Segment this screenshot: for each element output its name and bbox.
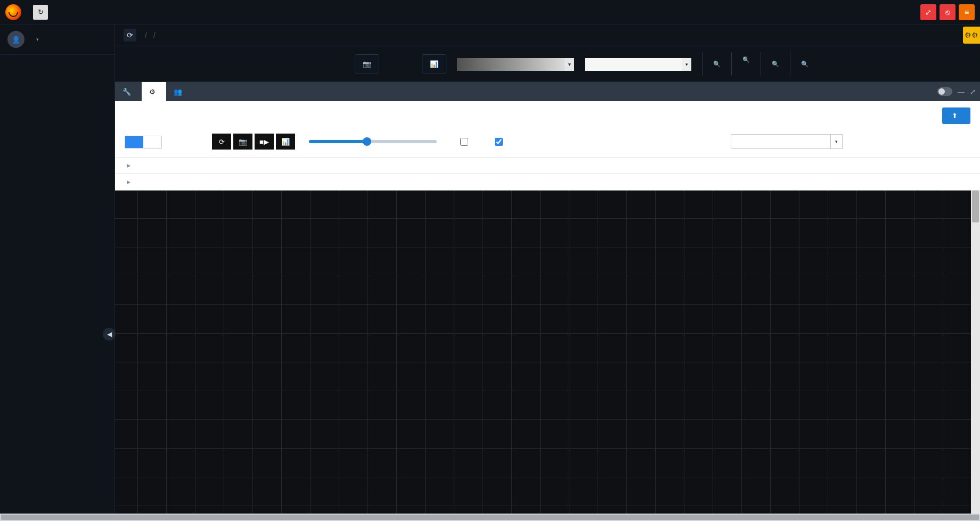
stat-warn: 🔍 (731, 52, 750, 76)
stat-info: 🔍 (761, 52, 779, 76)
sidebar: 👤 ▾ ◀ (0, 24, 115, 521)
graph-button[interactable]: 📊 (276, 134, 295, 150)
mode-on (125, 136, 143, 148)
refresh-button[interactable]: ⟳ (124, 29, 136, 42)
caret-right-icon: ▶ (127, 179, 130, 185)
graph-canvas[interactable] (115, 191, 980, 521)
refresh-icon: ⟳ (127, 31, 133, 39)
gears-icon: ⚙ (149, 88, 156, 96)
chart-button[interactable]: 📊 (422, 54, 446, 73)
chevron-down-icon: ▾ (682, 58, 691, 71)
history-button[interactable]: ↻ (33, 5, 48, 20)
checked-only-checkbox[interactable] (495, 138, 506, 146)
control-buttons: ⟳ 📷 ■▶ 📊 (212, 134, 295, 150)
tab-strip: 🔧 ⚙ 👥 — ⤢ (115, 82, 980, 101)
slider-fill (309, 140, 365, 143)
pause-checkbox[interactable] (460, 138, 471, 146)
chevron-down-icon: ▾ (565, 58, 574, 71)
video-icon: ■▶ (259, 138, 269, 146)
sidebar-collapse-button[interactable]: ◀ (103, 328, 116, 341)
tab-project-settings[interactable]: ⚙ (142, 82, 166, 101)
fullscreen-button[interactable]: ⤢ (920, 4, 936, 20)
caret-right-icon: ▶ (127, 163, 130, 168)
avatar: 👤 (7, 31, 24, 48)
menu-button[interactable]: ≡ (959, 4, 975, 20)
project-select[interactable]: ▾ (457, 58, 574, 71)
reload-button[interactable]: ⟳ (212, 134, 231, 150)
tab-permissions[interactable]: 👥 (166, 82, 193, 101)
search-icon[interactable]: 🔍 (772, 61, 779, 68)
history-icon: ↻ (38, 8, 44, 16)
gears-icon: ⚙⚙ (965, 31, 978, 39)
scrollbar-thumb[interactable] (972, 191, 979, 222)
stat-rules: 🔍 (790, 52, 808, 76)
chevron-down-icon: ▾ (36, 37, 39, 42)
record-button[interactable]: ■▶ (255, 134, 274, 150)
search-icon[interactable]: 🔍 (801, 61, 808, 68)
tab-basic[interactable]: 🔧 (115, 82, 142, 101)
fes-select-block: ▾ (585, 57, 691, 71)
signout-icon: ⎋ (945, 8, 950, 16)
user-icon: 👤 (12, 36, 20, 44)
expand-icon: ⤢ (925, 8, 932, 16)
breadcrumb-sep: / (153, 31, 156, 39)
info-bar: 📷 📊 ▾ ▾ 🔍 � (115, 46, 980, 82)
fes-select[interactable]: ▾ (585, 58, 691, 71)
panel-expand-button[interactable]: ⤢ (970, 88, 976, 96)
pause-checkbox-input[interactable] (460, 138, 468, 146)
top-header: ↻ ⤢ ⎋ ≡ (0, 0, 980, 24)
search-icon[interactable]: 🔍 (713, 61, 721, 68)
logout-button[interactable]: ⎋ (940, 4, 956, 20)
mode-switch[interactable] (125, 136, 162, 148)
node-list-select[interactable]: ▾ (731, 134, 843, 149)
bars-icon: ≡ (965, 8, 969, 16)
breadcrumb-bar: ⟳ / / ⚙⚙ (115, 24, 980, 46)
mode-block (125, 134, 162, 150)
slider-thumb[interactable] (363, 137, 371, 146)
upload-icon: ⬆ (952, 112, 958, 120)
camera-button[interactable]: 📷 (355, 54, 379, 73)
snapshot-button[interactable]: 📷 (233, 134, 252, 150)
chevron-left-icon: ◀ (107, 330, 112, 338)
camera-icon: 📷 (239, 138, 247, 146)
user-menu[interactable]: 👤 ▾ (0, 24, 115, 55)
top-right-tools: ⤢ ⎋ ≡ (920, 4, 975, 20)
settings-fab[interactable]: ⚙⚙ (963, 27, 980, 44)
stat-error: 🔍 (702, 52, 721, 76)
chevron-down-icon: ▾ (830, 135, 842, 148)
refresh-icon: ⟳ (219, 138, 225, 146)
logo (5, 4, 26, 20)
vertical-scrollbar[interactable] (971, 191, 980, 521)
update-button[interactable]: ⬆ (942, 107, 970, 124)
speed-slider[interactable] (309, 140, 437, 143)
accordion-tools[interactable]: ▶ (115, 158, 980, 174)
edges-layer (115, 191, 275, 270)
accordion: ▶ ▶ (115, 157, 980, 191)
project-select-block: ▾ (457, 57, 574, 71)
camera-icon: 📷 (363, 60, 371, 68)
panel-tools: — ⤢ (933, 82, 980, 101)
panel-body: ⬆ ⟳ 📷 ■▶ 📊 (115, 101, 980, 191)
logo-icon (5, 4, 21, 20)
main: ⟳ / / ⚙⚙ 📷 📊 ▾ (115, 24, 980, 521)
accordion-add-node[interactable]: ▶ (115, 174, 980, 191)
section-header: ⬆ (115, 101, 980, 130)
search-icon[interactable]: 🔍 (742, 56, 750, 63)
breadcrumb-sep: / (145, 31, 147, 39)
checked-only-input[interactable] (495, 138, 503, 146)
scrollbar-thumb[interactable] (1, 515, 979, 520)
controls-row: ⟳ 📷 ■▶ 📊 (115, 130, 980, 157)
mode-off (143, 136, 161, 148)
wrench-icon: 🔧 (123, 88, 131, 96)
users-icon: 👥 (174, 88, 182, 96)
panel-toggle[interactable] (937, 87, 952, 96)
panel-minimize-button[interactable]: — (958, 88, 965, 96)
page-horizontal-scrollbar[interactable] (0, 514, 980, 521)
chart-icon: 📊 (430, 60, 438, 68)
chart-icon: 📊 (281, 138, 290, 146)
